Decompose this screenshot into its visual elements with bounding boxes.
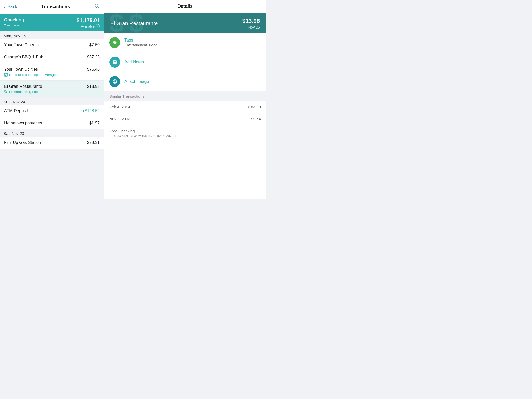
transaction-amount: +$128.52: [82, 109, 100, 113]
transaction-item[interactable]: George's BBQ & Pub $37.25: [0, 51, 104, 63]
details-body: Tags Entertainment, Food Add Notes: [104, 33, 266, 200]
left-panel: ‹ Back Transactions Checking 2 min ago $…: [0, 0, 104, 200]
similar-transaction-row[interactable]: Nov 2, 2013 $9.54: [104, 113, 266, 125]
transaction-amount: $1.57: [89, 121, 100, 125]
similar-amount: $104.80: [247, 105, 261, 109]
notes-icon: [109, 57, 120, 68]
transaction-item[interactable]: ATM Deposit +$128.52: [0, 105, 104, 117]
transaction-amount: $29.31: [87, 140, 100, 145]
account-info-name: Free Checking: [109, 129, 261, 133]
details-header: $ $ El Gran Restaurante $13.98 Nov 25: [104, 13, 266, 33]
transaction-name: Hometown pasteries: [4, 121, 89, 125]
similar-transaction-row[interactable]: Feb 4, 2014 $104.80: [104, 101, 266, 113]
transaction-name: Fill'r Up Gas Station: [4, 140, 87, 145]
account-balance-area: $1,175.01 Available i: [77, 17, 100, 28]
tags-row[interactable]: Tags Entertainment, Food: [104, 33, 266, 52]
transaction-item[interactable]: Your Town Cinema $7.50: [0, 39, 104, 51]
image-icon: [109, 76, 120, 87]
account-name: Checking: [4, 17, 24, 23]
transaction-amount: $7.50: [89, 43, 100, 47]
similar-transactions-header: Similar Transactions: [104, 91, 266, 101]
nav-title: Transactions: [41, 4, 70, 10]
nav-bar: ‹ Back Transactions: [0, 0, 104, 14]
details-date: Nov 25: [242, 25, 260, 29]
tags-value: Entertainment, Food: [124, 43, 157, 47]
back-label: Back: [8, 4, 17, 9]
date-header-sat-nov23: Sat, Nov 23: [0, 129, 104, 137]
transaction-amount: $37.25: [87, 55, 100, 59]
transaction-tag: Entertainment, Food: [4, 90, 87, 94]
tag-icon: [4, 90, 8, 94]
info-icon[interactable]: i: [96, 24, 100, 28]
transaction-name: ATM Deposit: [4, 109, 82, 113]
attach-image-row[interactable]: Attach Image: [104, 72, 266, 91]
svg-point-14: [115, 81, 115, 82]
svg-point-6: [5, 91, 6, 91]
details-amount: $13.98: [242, 18, 260, 24]
transaction-item-selected[interactable]: El Gran Restaurante Entertainment, Food …: [0, 81, 104, 97]
transactions-list: Mon, Nov 25 Your Town Cinema $7.50 Georg…: [0, 31, 104, 200]
account-card[interactable]: Checking 2 min ago $1,175.01 Available i: [0, 14, 104, 31]
account-info: Checking 2 min ago: [4, 17, 24, 27]
transactions-group-mon-nov25: Your Town Cinema $7.50 George's BBQ & Pu…: [0, 39, 104, 97]
tags-label: Tags: [124, 38, 157, 43]
similar-date: Feb 4, 2014: [109, 105, 130, 109]
details-merchant: El Gran Restaurante: [110, 21, 158, 26]
back-button[interactable]: ‹ Back: [4, 4, 17, 10]
details-nav-title: Details: [104, 0, 266, 13]
transaction-note: Need to call to dispute overage.: [4, 73, 87, 77]
details-header-content: El Gran Restaurante $13.98 Nov 25: [104, 13, 266, 33]
back-chevron-icon: ‹: [4, 4, 6, 10]
transaction-name: Your Town Utilities: [4, 67, 87, 72]
transaction-name: George's BBQ & Pub: [4, 55, 87, 59]
transactions-group-sun-nov24: ATM Deposit +$128.52 Hometown pasteries …: [0, 105, 104, 129]
account-info-section: Free Checking ELGRANREST#1298461YOURTOWN…: [104, 125, 266, 142]
search-button[interactable]: [94, 3, 100, 10]
similar-date: Nov 2, 2013: [109, 117, 130, 121]
similar-amount: $9.54: [251, 117, 261, 121]
transaction-item[interactable]: Fill'r Up Gas Station $29.31: [0, 137, 104, 149]
svg-line-1: [98, 7, 99, 9]
tags-icon: [109, 37, 120, 48]
account-info-ref: ELGRANREST#1298461YOURTOWNST: [109, 134, 261, 138]
date-header-sun-nov24: Sun, Nov 24: [0, 97, 104, 105]
transaction-amount: $13.98: [87, 84, 100, 89]
add-notes-row[interactable]: Add Notes: [104, 52, 266, 72]
transaction-item[interactable]: Hometown pasteries $1.57: [0, 117, 104, 129]
right-panel: Details $ $ El Gran Restaurante $13.98 N…: [104, 0, 266, 200]
transaction-note-text: Need to call to dispute overage.: [9, 73, 57, 77]
notes-label: Add Notes: [124, 60, 144, 64]
account-amount: $1,175.01: [77, 17, 100, 23]
note-icon: [4, 73, 8, 77]
image-label: Attach Image: [124, 79, 149, 84]
transactions-group-sat-nov23: Fill'r Up Gas Station $29.31: [0, 137, 104, 149]
svg-point-7: [114, 41, 114, 42]
transaction-amount: $76.46: [87, 67, 100, 72]
transaction-item[interactable]: Your Town Utilities Need to call to disp…: [0, 63, 104, 81]
account-time: 2 min ago: [4, 23, 24, 27]
transaction-name: Your Town Cinema: [4, 43, 89, 47]
transaction-name: El Gran Restaurante: [4, 84, 87, 89]
date-header-mon-nov25: Mon, Nov 25: [0, 31, 104, 39]
transaction-tag-text: Entertainment, Food: [9, 90, 40, 94]
account-available: Available i: [77, 24, 100, 28]
search-icon: [94, 3, 100, 9]
